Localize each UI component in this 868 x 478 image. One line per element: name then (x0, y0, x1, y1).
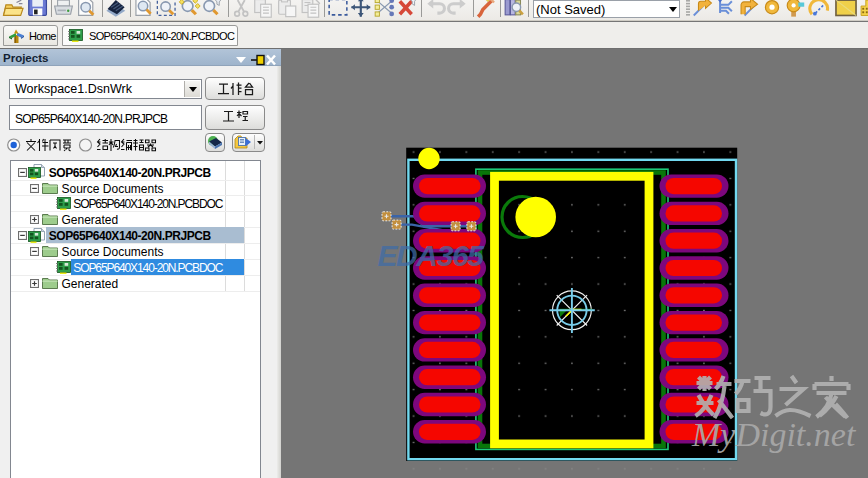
svg-text:MyDigit.net: MyDigit.net (691, 416, 857, 453)
svg-text:EDA365: EDA365 (378, 239, 486, 272)
